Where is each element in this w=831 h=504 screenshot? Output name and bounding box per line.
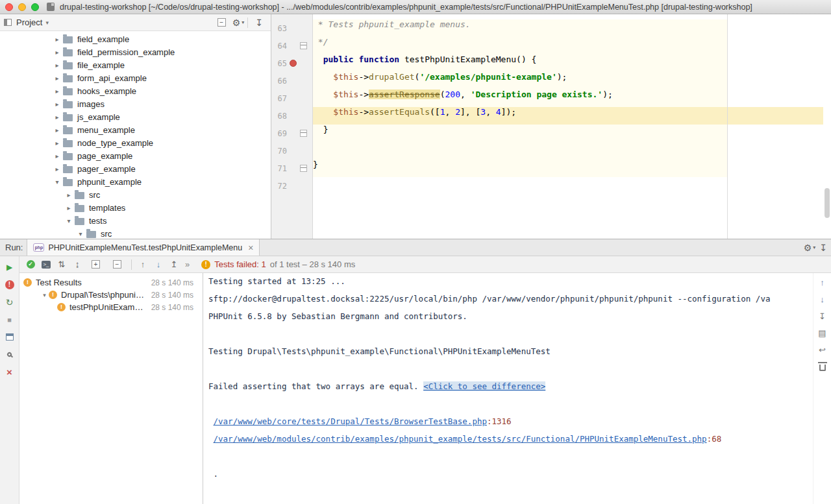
code-line[interactable]: $this->assertEquals([1, 2], [3, 4]); [313,107,823,125]
code-line[interactable] [313,142,823,160]
editor[interactable]: 63646566676869707172 * Tests phpunit_exa… [271,14,831,239]
next-failed-test-icon[interactable]: ↓ [154,259,163,269]
chevron-right-icon[interactable]: ▸ [53,49,62,56]
gutter-line[interactable]: 69 [271,125,312,142]
project-tree-item[interactable]: ▸field_example [0,32,271,45]
gear-icon[interactable]: ⚙ [232,18,241,28]
chevron-right-icon[interactable]: ▸ [64,204,73,211]
chevron-right-icon[interactable]: ▸ [53,36,62,43]
code-line[interactable]: $this->drupalGet('/examples/phpunit-exam… [313,72,823,90]
scroll-down-icon[interactable]: ↓ [820,294,825,304]
gutter-line[interactable]: 72 [271,177,312,195]
gear-icon[interactable]: ⚙ [804,243,812,253]
code-line[interactable]: public function testPhpUnitExampleMenu()… [313,54,823,72]
failed-test-gutter-icon[interactable] [287,60,299,67]
gutter-line[interactable]: 63 [271,19,312,37]
gutter-line[interactable]: 68 [271,107,312,125]
expand-all-icon[interactable]: + [92,260,100,269]
gutter-line[interactable]: 70 [271,142,312,160]
code-line[interactable]: $this->assertResponse(200, 'Description … [313,90,823,107]
test-tree-item[interactable]: !testPhpUnitExampleM28 s 140 ms [19,301,203,313]
close-panel-icon[interactable]: × [6,367,12,377]
code-line[interactable] [313,177,823,195]
rerun-failed-tests-icon[interactable]: ! [5,280,14,289]
sort-by-duration-icon[interactable]: ⇅ [57,259,66,269]
chevron-down-icon[interactable]: ▾ [40,292,49,298]
chevron-right-icon[interactable]: ▸ [53,75,62,82]
stack-trace-link[interactable]: /var/www/web/modules/contrib/examples/ph… [214,434,707,444]
chevron-down-icon[interactable]: ▾ [64,217,73,224]
chevron-right-icon[interactable]: ▸ [53,101,62,108]
chevron-down-icon[interactable]: ▾ [76,230,85,237]
scroll-to-end-icon[interactable]: ↧ [819,311,826,320]
collapse-all-icon[interactable]: − [113,260,121,269]
run-tab[interactable]: php PHPUnitExampleMenuTest.testPhpUnitEx… [27,239,260,256]
fold-icon[interactable] [299,130,308,137]
project-tree-item[interactable]: ▸templates [0,201,271,214]
code-line[interactable]: * Tests phpunit_example menus. [313,19,823,37]
test-tree-item[interactable]: !Test Results28 s 140 ms [19,276,203,289]
stop-icon[interactable]: ■ [7,315,12,324]
editor-scrollbar[interactable] [823,14,831,239]
project-tree-item[interactable]: ▸file_example [0,58,271,71]
editor-gutter[interactable]: 63646566676869707172 [271,14,313,239]
project-tree-item[interactable]: ▸field_permission_example [0,45,271,58]
close-tab-icon[interactable]: × [248,243,253,253]
chevron-right-icon[interactable]: ▸ [53,114,62,121]
scroll-up-icon[interactable]: ↑ [820,278,825,287]
project-tree-item[interactable]: ▸menu_example [0,123,271,136]
project-tree-item[interactable]: ▸hooks_example [0,84,271,97]
editor-code-area[interactable]: * Tests phpunit_example menus. */ public… [313,14,823,239]
restore-layout-icon[interactable] [6,333,14,341]
project-tree-item[interactable]: ▸js_example [0,110,271,123]
chevron-right-icon[interactable]: ▸ [64,191,73,198]
chevron-right-icon[interactable]: ▸ [53,152,62,160]
chevron-right-icon[interactable]: ▸ [53,62,62,69]
project-tree-item[interactable]: ▾phpunit_example [0,175,271,188]
show-console-icon[interactable]: >_ [42,261,51,269]
scrollbar-thumb[interactable] [825,188,830,218]
gutter-line[interactable]: 66 [271,72,312,90]
chevron-down-icon[interactable]: ▾ [45,19,49,26]
diff-link[interactable]: <Click to see difference> [423,381,545,391]
chevron-right-icon[interactable]: ▸ [53,88,62,95]
print-icon[interactable]: ▤ [818,328,826,337]
previous-failed-test-icon[interactable]: ↑ [138,259,147,269]
zoom-window-button[interactable] [31,3,39,11]
chevron-down-icon[interactable]: ▾ [53,178,62,186]
project-tree-item[interactable]: ▸pager_example [0,162,271,175]
project-tree-item[interactable]: ▸node_type_example [0,136,271,149]
show-passed-icon[interactable]: ✓ [27,260,35,269]
fold-icon[interactable] [299,165,308,172]
toggle-auto-test-icon[interactable]: ↻ [6,297,14,307]
stack-trace-link[interactable]: /var/www/web/core/tests/Drupal/Tests/Bro… [214,416,487,426]
gutter-line[interactable]: 64 [271,37,312,54]
project-tree-item[interactable]: ▸page_example [0,149,271,162]
soft-wrap-icon[interactable]: ↩ [819,345,826,354]
more-options-icon[interactable]: » [185,259,190,269]
clear-console-icon[interactable] [819,365,826,371]
close-window-button[interactable] [5,3,13,11]
import-test-results-icon[interactable]: ↥ [169,259,179,269]
collapse-all-icon[interactable]: − [217,18,226,27]
rerun-icon[interactable]: ▶ [6,262,12,272]
hide-panel-icon[interactable]: ↧ [819,243,827,253]
gutter-line[interactable]: 65 [271,54,312,72]
code-line[interactable]: } [313,160,823,177]
code-line[interactable]: } [313,125,823,142]
chevron-right-icon[interactable]: ▸ [53,165,62,173]
project-tree-item[interactable]: ▸src [0,188,271,201]
fold-icon[interactable] [299,42,308,49]
project-tree-item[interactable]: ▾tests [0,214,271,227]
chevron-right-icon[interactable]: ▸ [53,139,62,147]
chevron-right-icon[interactable]: ▸ [53,126,62,134]
test-tree-item[interactable]: ▾!Drupal\Tests\phpunit_ex28 s 140 ms [19,289,203,301]
code-line[interactable]: */ [313,37,823,54]
code-lines[interactable]: * Tests phpunit_example menus. */ public… [313,19,823,195]
gutter-line[interactable]: 71 [271,160,312,177]
project-tree-item[interactable]: ▸images [0,97,271,110]
pin-tab-icon[interactable] [6,352,13,358]
sort-alphabetically-icon[interactable]: ↨ [73,259,82,269]
minimize-window-button[interactable] [18,3,26,11]
project-tree-item[interactable]: ▸form_api_example [0,71,271,84]
